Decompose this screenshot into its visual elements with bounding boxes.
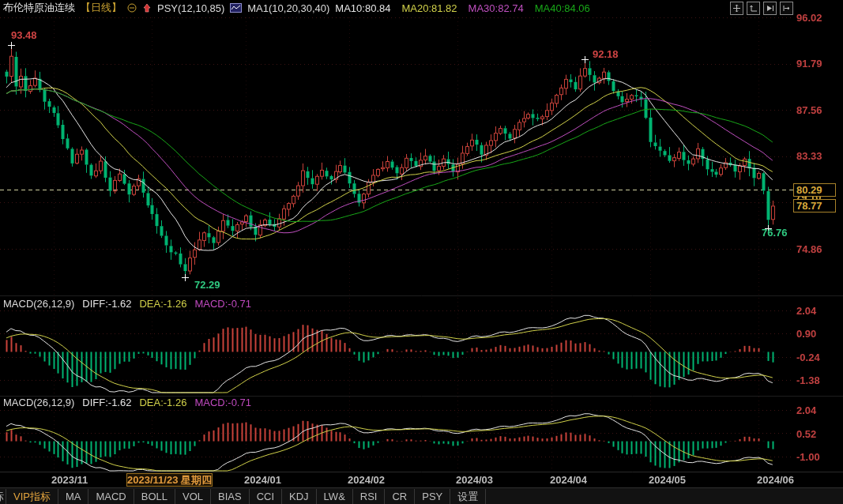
indicator-tab[interactable]: KDJ — [282, 489, 317, 504]
macd-axis-label: 2.04 — [796, 305, 816, 317]
indicator-toolbar: 标 VIP指标MAMACDBOLLVOLBIASCCIKDJLW&RSICRPS… — [0, 487, 843, 504]
macd-dea-label: DEA:-1.26 — [139, 298, 186, 310]
ma-value-label: MA10:80.84 — [335, 2, 390, 14]
date-label: 2024/04 — [550, 474, 587, 486]
chart-thumbnail-icon[interactable] — [230, 3, 242, 13]
symbol-name: 布伦特原油连续 — [3, 1, 75, 15]
macd-label-row: MACD(26,12,9)DIFF:-1.62DEA:-1.26MACD:-0.… — [3, 298, 251, 310]
axis-scale-icon[interactable] — [747, 2, 760, 15]
ma-value-label: MA30:82.74 — [469, 2, 524, 14]
indicator-tab[interactable]: 设置 — [450, 489, 486, 504]
indicator-tab[interactable]: LW& — [317, 489, 353, 504]
macd-title: MACD(26,12,9) — [3, 397, 74, 408]
macd-axis-label: 0.90 — [796, 328, 816, 340]
macd-axis-label: -1.00 — [796, 451, 820, 463]
indicator-tab[interactable]: RSI — [353, 489, 386, 504]
date-label: 2024/05 — [649, 474, 686, 486]
high-price-annotation: 93.48 — [11, 29, 37, 41]
low-price-annotation: 76.76 — [762, 227, 788, 239]
indicator-tab[interactable]: BOLL — [134, 489, 175, 504]
ma-value-label: MA40:84.06 — [535, 2, 590, 14]
pan-tool-icon[interactable] — [730, 2, 743, 15]
macd-title: MACD(26,12,9) — [3, 298, 74, 310]
price-axis-label: 74.86 — [796, 243, 822, 255]
macd-label-row: MACD(26,12,9)DIFF:-1.62DEA:-1.26MACD:-0.… — [3, 397, 251, 408]
ma-value-label: MA20:81.82 — [401, 2, 457, 14]
indicator-tab[interactable]: CCI — [250, 489, 282, 504]
high-price-annotation: 92.18 — [593, 48, 619, 60]
clipped-tab-fragment[interactable]: 标 — [0, 489, 6, 504]
indicator-tab[interactable]: CR — [385, 489, 415, 504]
chart-header: 布伦特原油连续 【日线】 PSY(12,10,85) MA1(10,20,30,… — [0, 0, 843, 16]
macd-axis-label: -0.24 — [796, 352, 820, 363]
indicator-tab[interactable]: MA — [58, 489, 89, 504]
macd-macd-label: MACD:-0.71 — [194, 397, 251, 408]
macd-axis-label: -1.38 — [796, 374, 820, 386]
trading-app-window: 布伦特原油连续 【日线】 PSY(12,10,85) MA1(10,20,30,… — [0, 0, 843, 504]
date-axis: 2023/11/23 星期四 2023/112024/012024/022024… — [0, 472, 843, 487]
date-label: 2024/01 — [244, 474, 281, 486]
step-forward-icon[interactable] — [780, 2, 793, 15]
macd-diff-label: DIFF:-1.62 — [82, 397, 131, 408]
arrow-up-icon[interactable] — [142, 3, 152, 13]
indicator-tab[interactable]: BIAS — [211, 489, 250, 504]
price-axis-label: 91.79 — [796, 58, 822, 70]
price-axis-label: 87.56 — [796, 104, 822, 116]
price-chart-canvas[interactable] — [0, 0, 843, 504]
indicator-tab[interactable]: PSY — [415, 489, 450, 504]
date-label: 2023/11 — [51, 474, 88, 486]
indicator-tab[interactable]: VOL — [175, 489, 211, 504]
macd-macd-label: MACD:-0.71 — [194, 298, 251, 310]
date-label: 2024/02 — [348, 474, 385, 486]
window-controls — [730, 2, 793, 15]
macd-dea-label: DEA:-1.26 — [139, 397, 186, 408]
indicator-tab[interactable]: VIP指标 — [6, 489, 58, 504]
macd-axis-label: 2.04 — [796, 404, 816, 416]
macd-axis-label: 0.52 — [796, 428, 816, 440]
low-price-annotation: 72.29 — [194, 279, 220, 291]
ma-group-label: MA1(10,20,30,40) — [247, 2, 329, 14]
indicator-tab[interactable]: MACD — [88, 489, 134, 504]
date-label: 2024/03 — [456, 474, 493, 486]
price-axis-label: 83.33 — [796, 150, 822, 162]
last-price-box: 78.77 — [793, 199, 836, 213]
settlement-price-box: 80.29 — [793, 183, 836, 197]
date-label: 2024/06 — [757, 474, 794, 486]
ma-values: MA10:80.84MA20:81.82MA30:82.74MA40:84.06 — [335, 2, 589, 14]
crosshair-date-box: 2023/11/23 星期四 — [126, 473, 213, 487]
play-forward-icon[interactable] — [763, 2, 777, 15]
macd-diff-label: DIFF:-1.62 — [82, 298, 131, 310]
circle-minus-icon[interactable] — [127, 3, 137, 13]
period-label[interactable]: 【日线】 — [81, 1, 122, 15]
indicator-psy-label: PSY(12,10,85) — [157, 2, 224, 14]
